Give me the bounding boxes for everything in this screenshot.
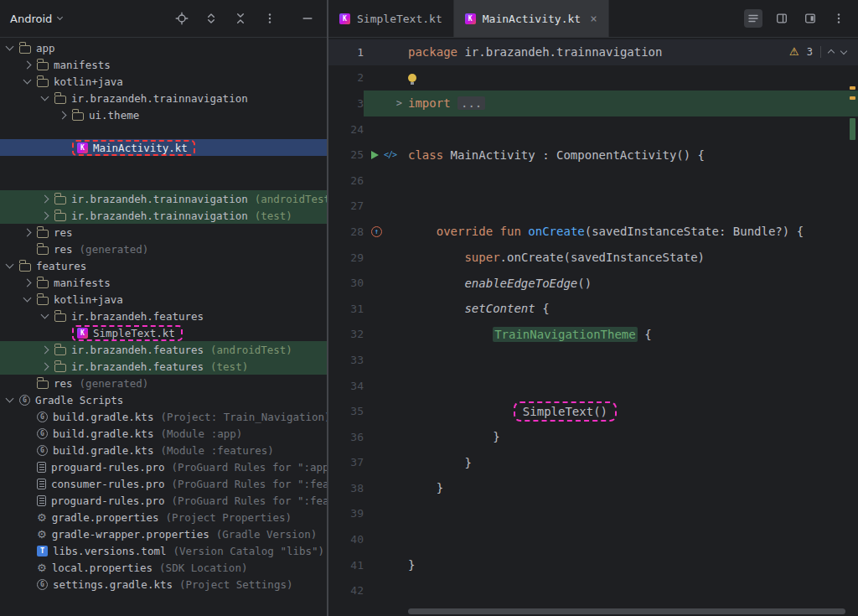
tree-item-res[interactable]: res(generated) xyxy=(0,241,327,257)
intention-bulb-icon[interactable] xyxy=(408,74,416,82)
chevron-down-icon[interactable] xyxy=(6,43,14,51)
tree-item-ir-brazandeh-features[interactable]: ir.brazandeh.features(androidTest) xyxy=(0,341,327,358)
layout-list-icon[interactable] xyxy=(744,9,762,28)
line-number[interactable]: 29 xyxy=(328,251,364,264)
tree-item-ir-brazandeh-trainnavigation[interactable]: ir.brazandeh.trainnavigation xyxy=(0,90,327,106)
code-line-39[interactable]: 39 xyxy=(328,501,858,527)
code-line-33[interactable]: 33 xyxy=(328,347,858,373)
code-line-32[interactable]: 32 TrainNavigationTheme { xyxy=(328,322,858,348)
next-problem-icon[interactable] xyxy=(840,47,847,54)
line-number[interactable]: 38 xyxy=(328,482,364,494)
tree-item-libs-versions-toml[interactable]: Tlibs.versions.toml(Version Catalog "lib… xyxy=(0,542,327,559)
chevron-down-icon[interactable] xyxy=(41,311,49,319)
tree-item-gradle-properties[interactable]: ⚙gradle.properties(Project Properties) xyxy=(0,509,327,525)
chevron-down-icon[interactable] xyxy=(6,261,14,269)
code-line-26[interactable]: 26 xyxy=(328,168,858,194)
preview-panel-icon[interactable] xyxy=(801,9,819,28)
tree-item-mainactivity-kt[interactable]: KMainActivity.kt xyxy=(0,139,327,156)
tree-item-features[interactable]: features xyxy=(0,257,327,274)
vcs-stripe-mark[interactable] xyxy=(850,118,855,140)
tab-close-icon[interactable]: × xyxy=(590,12,597,25)
tree-item-gradle-scripts[interactable]: GGradle Scripts xyxy=(0,391,327,408)
tree-item-gradle-wrapper-properties[interactable]: ⚙gradle-wrapper.properties(Gradle Versio… xyxy=(0,525,327,542)
line-number[interactable]: 33 xyxy=(328,354,364,366)
fold-arrow-icon[interactable]: > xyxy=(396,97,402,109)
line-number[interactable]: 30 xyxy=(328,277,364,289)
chevron-right-icon[interactable] xyxy=(41,194,49,203)
expand-all-icon[interactable] xyxy=(202,9,220,28)
split-editor-icon[interactable] xyxy=(773,9,791,28)
run-icon[interactable] xyxy=(371,151,379,159)
chevron-down-icon[interactable] xyxy=(41,93,49,101)
code-line-37[interactable]: 37 } xyxy=(328,450,858,476)
line-number[interactable]: 42 xyxy=(328,584,364,597)
collapse-all-icon[interactable] xyxy=(231,9,250,28)
code-line-36[interactable]: 36 } xyxy=(328,424,858,450)
line-number[interactable]: 31 xyxy=(328,303,364,315)
line-number[interactable]: 32 xyxy=(328,328,364,340)
chevron-right-icon[interactable] xyxy=(41,211,49,220)
tree-item-ui-theme[interactable]: ui.theme xyxy=(0,106,327,123)
prev-problem-icon[interactable] xyxy=(828,49,835,56)
warning-stripe-mark[interactable] xyxy=(850,86,855,90)
code-line-40[interactable]: 40 xyxy=(328,526,858,552)
code-line-27[interactable]: 27 xyxy=(328,194,858,220)
tree-item-kotlin-java[interactable]: kotlin+java xyxy=(0,291,327,308)
tree-item-ir-brazandeh-trainnavigation[interactable]: ir.brazandeh.trainnavigation(androidTest… xyxy=(0,190,327,207)
more-icon[interactable] xyxy=(830,9,848,28)
tree-item-proguard-rules-pro[interactable]: proguard-rules.pro(ProGuard Rules for ":… xyxy=(0,492,327,509)
tree-item-build-gradle-kts[interactable]: Gbuild.gradle.kts(Project: Train_Navigat… xyxy=(0,408,327,425)
line-number[interactable]: 36 xyxy=(328,431,364,443)
horizontal-scrollbar-thumb[interactable] xyxy=(408,608,845,614)
code-editor[interactable]: ⚠ 3 1package ir.brazandeh.trainnavigatio… xyxy=(328,38,858,616)
code-line-38[interactable]: 38 } xyxy=(328,475,858,501)
chevron-right-icon[interactable] xyxy=(41,345,49,354)
hide-panel-icon[interactable] xyxy=(298,9,317,28)
line-number[interactable]: 34 xyxy=(328,380,364,392)
tree-item-consumer-rules-pro[interactable]: consumer-rules.pro(ProGuard Rules for ":… xyxy=(0,475,327,492)
chevron-down-icon[interactable] xyxy=(23,294,32,303)
line-number[interactable]: 1 xyxy=(328,46,364,59)
code-line-3[interactable]: 3>import ... xyxy=(328,91,858,116)
more-options-icon[interactable] xyxy=(261,9,279,28)
tree-item-proguard-rules-pro[interactable]: proguard-rules.pro(ProGuard Rules for ":… xyxy=(0,458,327,475)
line-number[interactable]: 28 xyxy=(328,225,364,238)
code-line-42[interactable]: 42 xyxy=(328,577,858,603)
line-number[interactable]: 27 xyxy=(328,199,364,212)
tree-item-local-properties[interactable]: ⚙local.properties(SDK Location) xyxy=(0,559,327,576)
code-line-1[interactable]: 1package ir.brazandeh.trainnavigation xyxy=(328,39,858,65)
code-line-24[interactable]: 24 xyxy=(328,116,858,142)
line-number[interactable]: 24 xyxy=(328,123,364,136)
code-line-31[interactable]: 31 setContent { xyxy=(328,296,858,322)
chevron-right-icon[interactable] xyxy=(23,228,32,236)
tab-mainactivity-kt[interactable]: KMainActivity.kt× xyxy=(454,0,609,37)
tree-item-simpletext-kt[interactable]: KSimpleText.kt xyxy=(0,324,327,341)
tree-item-manifests[interactable]: manifests xyxy=(0,56,327,73)
code-line-34[interactable]: 34 xyxy=(328,373,858,399)
chevron-right-icon[interactable] xyxy=(41,362,49,370)
tab-simpletext-kt[interactable]: KSimpleText.kt xyxy=(328,0,454,37)
tree-item-manifests[interactable]: manifests xyxy=(0,274,327,291)
tree-item-settings-gradle-kts[interactable]: Gsettings.gradle.kts(Project Settings) xyxy=(0,576,327,593)
tree-item-ir-brazandeh-features[interactable]: ir.brazandeh.features(test) xyxy=(0,358,327,375)
code-line-25[interactable]: 25</>class MainActivity : ComponentActiv… xyxy=(328,142,858,168)
tree-item-ir-brazandeh-features[interactable]: ir.brazandeh.features xyxy=(0,308,327,324)
inspection-widget[interactable]: ⚠ 3 xyxy=(789,45,846,58)
line-number[interactable]: 37 xyxy=(328,456,364,468)
chevron-right-icon[interactable] xyxy=(59,111,67,119)
code-line-28[interactable]: 28↑ override fun onCreate(savedInstanceS… xyxy=(328,219,858,245)
tree-item-build-gradle-kts[interactable]: Gbuild.gradle.kts(Module :features) xyxy=(0,442,327,458)
chevron-down-icon[interactable] xyxy=(23,76,32,85)
line-number[interactable]: 3 xyxy=(328,97,364,110)
horizontal-scrollbar[interactable] xyxy=(408,608,850,614)
project-view-selector[interactable]: Android xyxy=(10,13,62,25)
code-line-30[interactable]: 30 enableEdgeToEdge() xyxy=(328,270,858,296)
line-number[interactable]: 41 xyxy=(328,559,364,572)
tree-item-res[interactable]: res(generated) xyxy=(0,375,327,391)
line-number[interactable]: 35 xyxy=(328,405,364,417)
code-line-2[interactable]: 2 xyxy=(328,65,858,91)
line-number[interactable]: 40 xyxy=(328,533,364,546)
code-line-35[interactable]: 35 SimpleText() xyxy=(328,398,858,424)
tree-item-res[interactable]: res xyxy=(0,224,327,241)
code-line-29[interactable]: 29 super.onCreate(savedInstanceState) xyxy=(328,245,858,271)
